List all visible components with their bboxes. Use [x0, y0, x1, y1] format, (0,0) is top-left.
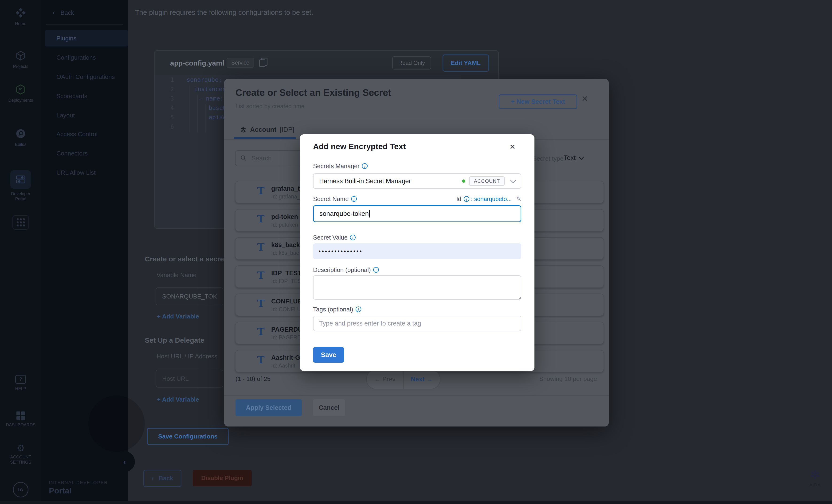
sidebar-item-plugins[interactable]: Plugins — [45, 30, 128, 47]
host-url-input[interactable] — [156, 370, 223, 388]
chevron-down-icon — [579, 154, 584, 160]
back-button[interactable]: ‹ Back — [144, 470, 181, 487]
close-icon[interactable]: ✕ — [510, 143, 515, 151]
grid-menu-icon — [12, 215, 29, 230]
arrow-right-icon: → — [426, 376, 433, 383]
aida-label: AIDA — [802, 482, 828, 487]
add-variable-link[interactable]: + Add Variable — [157, 396, 199, 403]
sidebar-item-label: Developer Portal — [6, 191, 36, 201]
sidebar-item-account-settings[interactable]: ⚙ ACCOUNT SETTINGS — [0, 443, 42, 465]
text-secret-icon: T — [257, 326, 264, 337]
save-configurations-button[interactable]: Save Configurations — [147, 428, 229, 445]
portal-footer-kicker: INTERNAL DEVELOPER — [49, 480, 108, 485]
line-number: 5 — [161, 113, 174, 122]
line-number: 4 — [161, 103, 174, 113]
sidebar-item-url-allow-list[interactable]: URL Allow List — [45, 164, 128, 181]
sidebar-item-dashboards[interactable]: DASHBOARDS — [0, 412, 42, 427]
sidebar-item-configurations[interactable]: Configurations — [45, 49, 128, 66]
delegate-section-heading: Set Up a Delegate — [145, 336, 204, 344]
edit-yaml-button[interactable]: Edit YAML — [443, 55, 489, 72]
avatar: IA — [13, 482, 28, 498]
cancel-button[interactable]: Cancel — [313, 399, 345, 416]
info-icon[interactable]: i — [373, 267, 379, 273]
secret-name-label: Secret Namei — [313, 195, 357, 203]
sidebar-decoration-circle — [88, 395, 145, 452]
dashboards-grid-icon — [17, 412, 25, 420]
user-avatar-button[interactable]: IA — [0, 482, 42, 498]
secret-value-input[interactable]: •••••••••••••• — [313, 243, 521, 259]
next-page-button[interactable]: Next → — [404, 370, 440, 389]
sidebar-item-label: Home — [0, 21, 42, 26]
tab-account-idp[interactable]: Account [IDP] — [240, 126, 294, 133]
sidebar-item-projects[interactable]: Projects — [0, 50, 42, 69]
close-icon[interactable]: ✕ — [581, 94, 588, 103]
pagination-info: (1 - 10) of 25 — [235, 375, 270, 383]
secret-id-link[interactable]: : sonarqubeto... — [471, 196, 512, 202]
add-variable-link[interactable]: + Add Variable — [157, 313, 199, 320]
nav-divider — [46, 24, 123, 25]
sidebar-item-developer-portal[interactable]: Developer Portal — [0, 170, 42, 201]
module-grid-button[interactable] — [0, 215, 42, 230]
projects-cube-icon — [15, 50, 27, 61]
sidebar-item-deployments[interactable]: ∞ Deployments — [0, 84, 42, 103]
aida-assistant-button[interactable]: ✻ AIDA — [802, 469, 828, 487]
variable-name-input[interactable] — [156, 287, 223, 305]
info-icon[interactable]: i — [351, 196, 357, 202]
info-icon[interactable]: i — [362, 163, 368, 169]
harness-developer-portal-app: Home Projects ∞ Deployments Builds Devel… — [0, 0, 832, 504]
secret-name-input[interactable]: sonarqube-token — [313, 205, 521, 222]
pagination-controls: ← Prev Next → — [366, 369, 440, 389]
tags-input[interactable] — [313, 316, 521, 331]
read-only-badge: Read Only — [392, 56, 431, 69]
primary-sidebar: Home Projects ∞ Deployments Builds Devel… — [0, 0, 42, 504]
sidebar-item-help[interactable]: ? HELP — [0, 374, 42, 391]
infinity-glyph: ∞ — [0, 86, 42, 92]
builds-icon — [15, 128, 27, 140]
sidebar-item-builds[interactable]: Builds — [0, 128, 42, 147]
chevron-left-icon: ‹ — [53, 8, 55, 16]
plugin-config-intro: The plugin requires the following config… — [135, 8, 313, 17]
save-button[interactable]: Save — [313, 347, 344, 363]
secrets-manager-label: Secrets Manageri — [313, 163, 368, 170]
line-number: 2 — [161, 85, 174, 94]
info-icon[interactable]: i — [464, 196, 469, 202]
portal-footer-title: Portal — [49, 486, 72, 495]
sidebar-item-scorecards[interactable]: Scorecards — [45, 88, 128, 104]
copy-icon[interactable] — [261, 58, 267, 66]
sidebar-item-label: Projects — [0, 64, 42, 69]
edit-pencil-icon[interactable]: ✎ — [516, 195, 521, 202]
help-chat-icon: ? — [15, 375, 26, 384]
info-icon[interactable]: i — [350, 234, 356, 240]
secrets-manager-select[interactable]: Harness Built-in Secret Manager ACCOUNT — [313, 173, 521, 189]
info-icon[interactable]: i — [356, 307, 361, 312]
sidebar-item-access-control[interactable]: Access Control — [45, 126, 128, 142]
line-number: 1 — [161, 75, 174, 85]
yaml-filename: app-config.yaml — [170, 59, 224, 67]
sidebar-collapse-button[interactable]: ‹ — [114, 451, 135, 472]
developer-portal-tile — [10, 170, 31, 189]
prev-page-button[interactable]: ← Prev — [367, 370, 404, 389]
secret-type-dropdown[interactable]: Text — [564, 154, 583, 162]
modal-subtitle: List sorted by created time — [235, 103, 304, 110]
text-secret-icon: T — [257, 298, 264, 309]
sidebar-item-connectors[interactable]: Connectors — [45, 145, 128, 162]
sidebar-item-layout[interactable]: Layout — [45, 107, 128, 123]
arrow-left-icon: ← — [374, 376, 381, 383]
sidebar-item-label: Deployments — [0, 98, 42, 103]
yaml-code-line: sonarqube: — [187, 75, 222, 85]
sidebar-item-label: ACCOUNT SETTINGS — [7, 454, 34, 465]
layers-icon — [240, 126, 247, 133]
nav-back-button[interactable]: ‹ Back — [53, 8, 74, 17]
new-secret-text-button[interactable]: + New Secret Text — [499, 94, 577, 109]
sidebar-item-oauth-configurations[interactable]: OAuth Configurations — [45, 68, 128, 85]
yaml-code-line: - name: — [199, 94, 224, 103]
developer-portal-sliders-icon — [15, 174, 26, 185]
sidebar-item-label: HELP — [0, 386, 42, 391]
description-textarea[interactable] — [313, 275, 521, 300]
secret-value-label: Secret Valuei — [313, 234, 356, 241]
text-secret-icon: T — [257, 185, 264, 197]
scope-badge: ACCOUNT — [469, 176, 504, 186]
disable-plugin-button[interactable]: Disable Plugin — [193, 470, 252, 486]
sidebar-item-home[interactable]: Home — [0, 6, 42, 26]
apply-selected-button[interactable]: Apply Selected — [235, 399, 302, 416]
